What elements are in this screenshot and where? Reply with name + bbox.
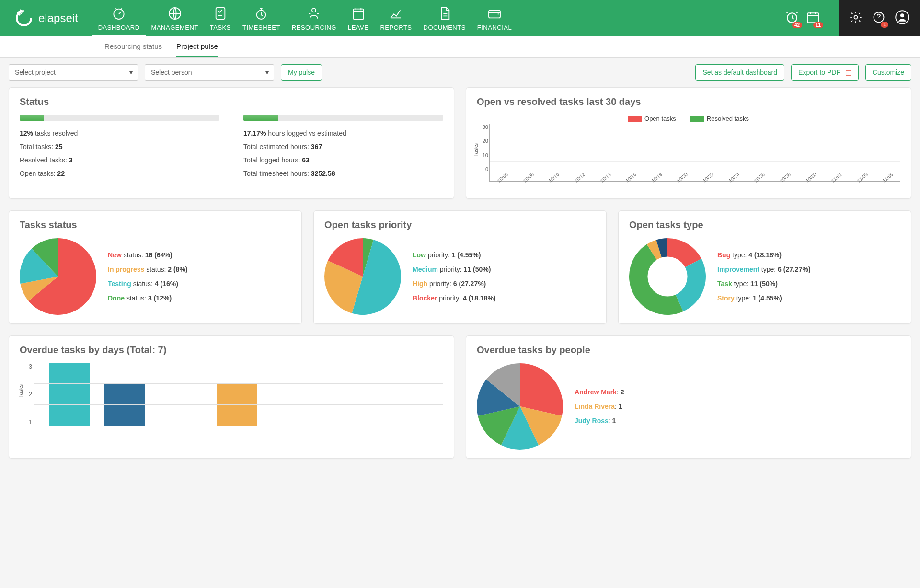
avatar-icon[interactable] <box>895 10 909 26</box>
svg-point-8 <box>312 8 316 12</box>
bar <box>49 363 90 426</box>
nav-item-documents[interactable]: DOCUMENTS <box>418 1 472 36</box>
topbar: elapseit DASHBOARDMANAGEMENTTASKSTIMESHE… <box>0 0 920 36</box>
chart-legend: Open tasks Resolved tasks <box>477 115 900 122</box>
reports-icon <box>388 6 403 21</box>
open-type-donut <box>629 238 706 315</box>
bar <box>217 384 257 426</box>
pie-legend: New status: 16 (64%)In progress status: … <box>108 251 188 302</box>
overdue-days-chart: Tasks 321 <box>34 363 443 426</box>
stat-line: Total estimated hours: 367 <box>243 143 443 150</box>
legend-item: High priority: 6 (27.27%) <box>413 280 496 288</box>
leave-icon <box>351 6 366 21</box>
gear-icon[interactable] <box>849 11 862 26</box>
status-col-tasks: 12% tasks resolved Total tasks: 25Resolv… <box>20 115 219 183</box>
card-title: Tasks status <box>20 219 291 231</box>
card-title: Overdue tasks by people <box>477 345 900 356</box>
legend-item: Bug type: 4 (18.18%) <box>717 251 811 259</box>
svg-point-13 <box>854 16 858 19</box>
tasks-icon <box>213 6 228 21</box>
select-project[interactable]: Select project <box>9 64 138 81</box>
svg-point-16 <box>900 13 904 17</box>
brand-icon <box>14 9 34 28</box>
legend-item: Judy Ross: 1 <box>575 417 624 425</box>
nav-item-timesheet[interactable]: TIMESHEET <box>237 1 286 36</box>
open-type-card: Open tasks type Bug type: 4 (18.18%)Impr… <box>618 210 911 324</box>
card-title: Open vs resolved tasks last 30 days <box>477 96 900 107</box>
main-nav: DASHBOARDMANAGEMENTTASKSTIMESHEETRESOURC… <box>92 1 785 36</box>
calendar-badge: 11 <box>813 22 823 28</box>
select-person[interactable]: Select person <box>145 64 274 81</box>
legend-item: Linda Rivera: 1 <box>575 403 624 410</box>
legend-item: Testing status: 4 (16%) <box>108 280 188 288</box>
financial-icon <box>487 6 502 21</box>
help-icon[interactable]: 1 <box>872 11 886 26</box>
pie-legend: Andrew Mark: 2Linda Rivera: 1Judy Ross: … <box>575 388 624 425</box>
legend-item: Andrew Mark: 2 <box>575 388 624 396</box>
dashboard-icon <box>111 6 126 21</box>
legend-item: Improvement type: 6 (27.27%) <box>717 265 811 273</box>
dashboard-grid: Status 12% tasks resolved Total tasks: 2… <box>0 87 920 467</box>
customize-button[interactable]: Customize <box>865 64 911 81</box>
calendar-alert-icon[interactable]: 11 <box>806 10 820 26</box>
nav-item-leave[interactable]: LEAVE <box>342 1 374 36</box>
subnav-project-pulse[interactable]: Project pulse <box>176 36 218 57</box>
bar <box>104 384 145 426</box>
stat-line: Total timesheet hours: 3252.58 <box>243 170 443 177</box>
nav-right: 42 11 1 <box>785 0 920 36</box>
stat-line: Resolved tasks: 3 <box>20 156 219 164</box>
svg-rect-12 <box>808 13 819 23</box>
management-icon <box>167 6 183 21</box>
nav-item-tasks[interactable]: TASKS <box>204 1 237 36</box>
legend-item: In progress status: 2 (8%) <box>108 265 188 273</box>
time-badge: 42 <box>792 22 802 28</box>
legend-item: Task type: 11 (50%) <box>717 280 811 288</box>
status-col-hours: 17.17% hours logged vs estimated Total e… <box>243 115 443 183</box>
svg-rect-6 <box>216 8 225 19</box>
svg-rect-9 <box>353 9 363 19</box>
legend-item: New status: 16 (64%) <box>108 251 188 259</box>
legend-item: Done status: 3 (12%) <box>108 294 188 302</box>
nav-item-management[interactable]: MANAGEMENT <box>146 1 204 36</box>
nav-dark-section: 1 <box>839 0 920 36</box>
documents-icon <box>437 6 452 21</box>
tasks-status-pie <box>20 238 96 315</box>
legend-item: Story type: 1 (4.55%) <box>717 294 811 302</box>
overdue-people-pie <box>477 363 563 450</box>
brand[interactable]: elapseit <box>0 9 92 28</box>
resourcing-icon <box>306 6 322 21</box>
stat-line: Open tasks: 22 <box>20 170 219 177</box>
timesheet-icon <box>253 6 269 21</box>
nav-item-reports[interactable]: REPORTS <box>374 1 417 36</box>
export-pdf-button[interactable]: Export to PDF ▥ <box>791 64 859 81</box>
legend-item: Blocker priority: 4 (18.18%) <box>413 294 496 302</box>
my-pulse-button[interactable]: My pulse <box>281 64 322 81</box>
card-title: Overdue tasks by days (Total: 7) <box>20 345 443 356</box>
legend-item: Medium priority: 11 (50%) <box>413 265 496 273</box>
pdf-icon: ▥ <box>845 69 851 76</box>
subnav-resourcing-status[interactable]: Resourcing status <box>104 36 162 57</box>
pie-legend: Low priority: 1 (4.55%)Medium priority: … <box>413 251 496 302</box>
help-badge: 1 <box>881 22 888 28</box>
card-title: Open tasks type <box>629 219 900 231</box>
stat-line: Total tasks: 25 <box>20 143 219 150</box>
overdue-people-card: Overdue tasks by people Andrew Mark: 2Li… <box>466 335 911 459</box>
nav-item-resourcing[interactable]: RESOURCING <box>286 1 342 36</box>
subnav: Resourcing statusProject pulse <box>0 36 920 58</box>
stat-line: Total logged hours: 63 <box>243 156 443 164</box>
brand-name: elapseit <box>38 12 78 25</box>
nav-item-dashboard[interactable]: DASHBOARD <box>92 1 146 36</box>
toolbar: Select project Select person My pulse Se… <box>0 58 920 87</box>
tasks-status-card: Tasks status New status: 16 (64%)In prog… <box>9 210 302 324</box>
card-title: Open tasks priority <box>324 219 596 231</box>
time-alert-icon[interactable]: 42 <box>785 10 799 26</box>
card-title: Status <box>20 96 443 107</box>
set-default-button[interactable]: Set as default dashboard <box>695 64 784 81</box>
status-card: Status 12% tasks resolved Total tasks: 2… <box>9 87 454 199</box>
nav-item-financial[interactable]: FINANCIAL <box>472 1 518 36</box>
open-priority-card: Open tasks priority Low priority: 1 (4.5… <box>313 210 607 324</box>
legend-item: Low priority: 1 (4.55%) <box>413 251 496 259</box>
open-priority-pie <box>324 238 401 315</box>
overdue-days-card: Overdue tasks by days (Total: 7) Tasks 3… <box>9 335 454 459</box>
svg-point-17 <box>647 256 687 296</box>
